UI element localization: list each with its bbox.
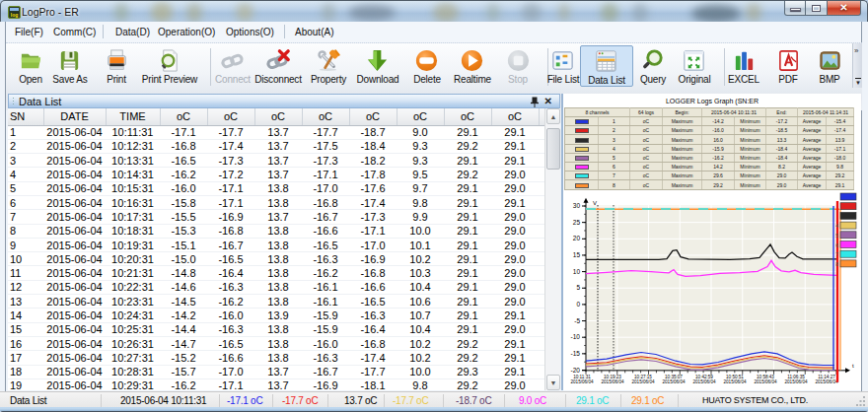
svg-text:11:06:35: 11:06:35 <box>787 375 805 379</box>
svg-text:10:42:59: 10:42:59 <box>695 375 713 379</box>
svg-text:15: 15 <box>573 251 581 258</box>
svg-text:2015/06/04: 2015/06/04 <box>602 379 624 384</box>
svg-text:-10: -10 <box>571 333 581 340</box>
svg-text:0: 0 <box>576 301 580 308</box>
svg-text:2015/06/04: 2015/06/04 <box>724 379 747 384</box>
svg-text:2015/06/04: 2015/06/04 <box>693 379 716 384</box>
svg-text:-20: -20 <box>571 367 581 374</box>
svg-text:2015/06/04: 2015/06/04 <box>785 379 808 384</box>
svg-text:11:14:27: 11:14:27 <box>818 375 835 379</box>
svg-text:V: V <box>593 200 597 206</box>
svg-text:30: 30 <box>573 202 581 209</box>
svg-text:4: 4 <box>835 223 838 229</box>
svg-text:10:11:31: 10:11:31 <box>573 375 591 379</box>
svg-text:2015/06/04: 2015/06/04 <box>755 379 777 384</box>
svg-text:8: 8 <box>835 261 838 267</box>
svg-text:2015/06/04: 2015/06/04 <box>816 379 838 384</box>
svg-text:2015/06/04: 2015/06/04 <box>571 379 594 384</box>
svg-text:2015/06/04: 2015/06/04 <box>632 379 655 384</box>
svg-text:10:50:51: 10:50:51 <box>726 375 744 379</box>
svg-text:20: 20 <box>573 235 581 241</box>
svg-text:5: 5 <box>576 284 580 291</box>
svg-text:7: 7 <box>835 251 838 257</box>
svg-text:-15: -15 <box>571 350 581 357</box>
svg-text:6: 6 <box>835 242 838 248</box>
svg-text:2015/06/04: 2015/06/04 <box>663 379 686 384</box>
svg-text:10:19:23: 10:19:23 <box>604 375 621 379</box>
svg-text:10:35:07: 10:35:07 <box>665 375 683 379</box>
svg-text:10:58:43: 10:58:43 <box>757 375 774 379</box>
svg-text:10: 10 <box>573 268 581 275</box>
svg-text:25: 25 <box>573 219 581 226</box>
svg-text:-5: -5 <box>574 317 580 324</box>
svg-text:5: 5 <box>835 233 838 239</box>
svg-text:10:27:15: 10:27:15 <box>634 375 652 379</box>
svg-text:t: t <box>852 363 854 369</box>
